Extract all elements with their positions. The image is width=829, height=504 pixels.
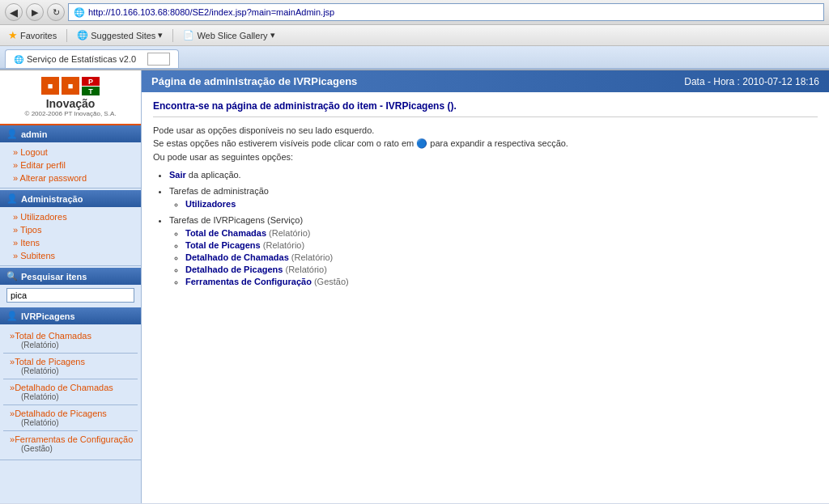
logo-boxes: ■ ■ P T bbox=[6, 77, 134, 95]
sidebar-ivr-header: 👤 IVRPicagens bbox=[0, 307, 141, 324]
total-picagens-link[interactable]: Total de Picagens bbox=[10, 357, 134, 366]
admin-icon: 👤 bbox=[6, 129, 18, 139]
info-line-3: Ou pode usar as seguintes opções: bbox=[153, 152, 818, 162]
suggested-sites-button[interactable]: 🌐 Suggested Sites ▾ bbox=[74, 28, 166, 42]
info-text-suffix: para expandir a respectiva secção. bbox=[430, 138, 568, 148]
main-body: Encontra-se na página de administração d… bbox=[142, 92, 829, 301]
tc-link[interactable]: Total de Chamadas bbox=[185, 228, 266, 238]
dp-paren: (Relatório) bbox=[283, 265, 326, 274]
detalhado-chamadas-link[interactable]: Detalhado de Chamadas bbox=[10, 383, 134, 392]
admin2-links: Utilizadores Tipos Itens Subitens bbox=[0, 207, 141, 266]
web-slice-button[interactable]: 📄 Web Slice Gallery ▾ bbox=[180, 28, 278, 42]
logo-box-orange-2: ■ bbox=[62, 77, 79, 95]
url-text: http://10.166.103.68:8080/SE2/index.jsp?… bbox=[88, 7, 334, 17]
page-subtitle: Encontra-se na página de administração d… bbox=[153, 100, 818, 117]
ivr-tasks-label: Tarefas de IVRPicagens (Serviço) bbox=[169, 215, 303, 225]
main-title: Página de administração de IVRPicagens bbox=[151, 75, 357, 87]
edit-profile-link[interactable]: Editar perfil bbox=[0, 159, 141, 172]
logo-area: ■ ■ P T Inovação © 2002-2006 PT Inovação… bbox=[0, 70, 141, 125]
tab-bar: 🌐 Serviço de Estatísticas v2.0 bbox=[0, 46, 829, 70]
users-link[interactable]: Utilizadores bbox=[0, 210, 141, 223]
tp-paren: (Relatório) bbox=[261, 240, 304, 250]
detalhado-picagens-item: Detalhado de Picagens (Relatório) bbox=[0, 405, 141, 430]
forward-button[interactable]: ▶ bbox=[26, 3, 44, 21]
content-section: Sair da aplicação. Tarefas de administra… bbox=[153, 170, 818, 286]
suggested-icon: 🌐 bbox=[77, 30, 88, 40]
app-container: ■ ■ P T Inovação © 2002-2006 PT Inovação… bbox=[0, 70, 829, 503]
main-content: Página de administração de IVRPicagens D… bbox=[142, 70, 829, 503]
browser-chrome: ◀ ▶ ↻ 🌐 http://10.166.103.68:8080/SE2/in… bbox=[0, 0, 829, 70]
sidebar-admin-header: 👤 admin bbox=[0, 125, 141, 142]
fc-paren: (Gestão) bbox=[312, 277, 349, 286]
detalhado-chamadas-item: Detalhado de Chamadas (Relatório) bbox=[0, 379, 141, 404]
logo-brand: Inovação bbox=[6, 97, 134, 110]
sidebar-search-section: 🔍 Pesquisar itens bbox=[0, 268, 141, 306]
bullet-item-sair: Sair da aplicação. bbox=[169, 170, 818, 180]
tc-paren: (Relatório) bbox=[266, 228, 310, 238]
toolbar-separator-2 bbox=[172, 29, 173, 42]
info-text-prefix: Se estas opções não estiverem visíveis p… bbox=[153, 138, 416, 148]
detalhado-chamadas-sub: (Relatório) bbox=[10, 392, 134, 401]
total-chamadas-link[interactable]: Total de Chamadas bbox=[10, 331, 134, 341]
back-button[interactable]: ◀ bbox=[5, 3, 23, 21]
suggested-chevron: ▾ bbox=[158, 30, 163, 40]
ferramentas-sub: (Gestão) bbox=[10, 444, 134, 453]
detalhado-picagens-link[interactable]: Detalhado de Picagens bbox=[10, 409, 134, 418]
fc-link[interactable]: Ferramentas de Configuração bbox=[185, 277, 312, 286]
tab-input bbox=[147, 53, 170, 66]
change-password-link[interactable]: Alterar password bbox=[0, 172, 141, 184]
expand-icon: 🔵 bbox=[416, 138, 427, 148]
dc-link[interactable]: Detalhado de Chamadas bbox=[185, 252, 289, 262]
star-icon: ★ bbox=[8, 29, 18, 41]
search-input-area bbox=[0, 285, 141, 306]
total-picagens-sub: (Relatório) bbox=[10, 366, 134, 375]
tab-label: Serviço de Estatísticas v2.0 bbox=[27, 54, 136, 64]
bullet-item-ivr-tasks: Tarefas de IVRPicagens (Serviço) Total d… bbox=[169, 215, 818, 286]
sidebar-search-header: 🔍 Pesquisar itens bbox=[0, 268, 141, 285]
sair-after: da aplicação. bbox=[186, 170, 241, 180]
items-link[interactable]: Itens bbox=[0, 236, 141, 249]
logo-copyright: © 2002-2006 PT Inovação, S.A. bbox=[6, 110, 134, 117]
sidebar-administration-section: 👤 Administração Utilizadores Tipos Itens… bbox=[0, 190, 141, 266]
admin-links: Logout Editar perfil Alterar password bbox=[0, 142, 141, 188]
web-slice-icon: 📄 bbox=[183, 30, 194, 40]
sair-bold-link[interactable]: Sair bbox=[169, 170, 186, 180]
sub-total-chamadas: Total de Chamadas (Relatório) bbox=[185, 228, 818, 238]
info-line-2: Se estas opções não estiverem visíveis p… bbox=[153, 138, 818, 149]
subitems-link[interactable]: Subitens bbox=[0, 249, 141, 262]
dc-paren: (Relatório) bbox=[289, 252, 333, 262]
main-tab[interactable]: 🌐 Serviço de Estatísticas v2.0 bbox=[5, 49, 179, 68]
logo-box-p: P bbox=[82, 77, 100, 86]
search-input[interactable] bbox=[6, 288, 134, 303]
address-bar[interactable]: 🌐 http://10.166.103.68:8080/SE2/index.js… bbox=[68, 3, 824, 21]
sub-utilizadores: Utilizadores bbox=[185, 199, 818, 209]
favorites-label: Favorites bbox=[20, 31, 57, 40]
admin2-title: Administração bbox=[21, 194, 83, 204]
ivr-sub-list: Total de Chamadas (Relatório) Total de P… bbox=[185, 228, 818, 286]
total-chamadas-item: Total de Chamadas (Relatório) bbox=[0, 328, 141, 353]
search-title: Pesquisar itens bbox=[21, 272, 87, 282]
browser-titlebar: ◀ ▶ ↻ 🌐 http://10.166.103.68:8080/SE2/in… bbox=[0, 0, 829, 25]
bullet-item-admin-tasks: Tarefas de administração Utilizadores bbox=[169, 186, 818, 209]
utilizadores-link[interactable]: Utilizadores bbox=[185, 199, 236, 209]
admin2-icon: 👤 bbox=[6, 193, 18, 204]
main-bullet-list: Sair da aplicação. Tarefas de administra… bbox=[169, 170, 818, 286]
favorites-button[interactable]: ★ Favorites bbox=[5, 28, 60, 43]
tp-link[interactable]: Total de Picagens bbox=[185, 240, 261, 250]
refresh-button[interactable]: ↻ bbox=[47, 3, 65, 21]
web-slice-label: Web Slice Gallery bbox=[197, 31, 267, 40]
dp-link[interactable]: Detalhado de Picagens bbox=[185, 265, 283, 274]
logout-link[interactable]: Logout bbox=[0, 146, 141, 159]
ivr-title: IVRPicagens bbox=[21, 311, 75, 321]
main-header: Página de administração de IVRPicagens D… bbox=[142, 70, 829, 92]
main-datetime: Data - Hora : 2010-07-12 18:16 bbox=[684, 76, 819, 87]
sub-detalhado-chamadas: Detalhado de Chamadas (Relatório) bbox=[185, 252, 818, 262]
types-link[interactable]: Tipos bbox=[0, 223, 141, 236]
total-picagens-item: Total de Picagens (Relatório) bbox=[0, 354, 141, 379]
admin-tasks-label: Tarefas de administração bbox=[169, 186, 269, 196]
logo-box-t: T bbox=[82, 87, 100, 95]
sub-detalhado-picagens: Detalhado de Picagens (Relatório) bbox=[185, 265, 818, 274]
total-chamadas-sub: (Relatório) bbox=[10, 341, 134, 349]
page-icon: 🌐 bbox=[74, 7, 85, 18]
ferramentas-config-link[interactable]: Ferramentas de Configuração bbox=[10, 434, 134, 444]
